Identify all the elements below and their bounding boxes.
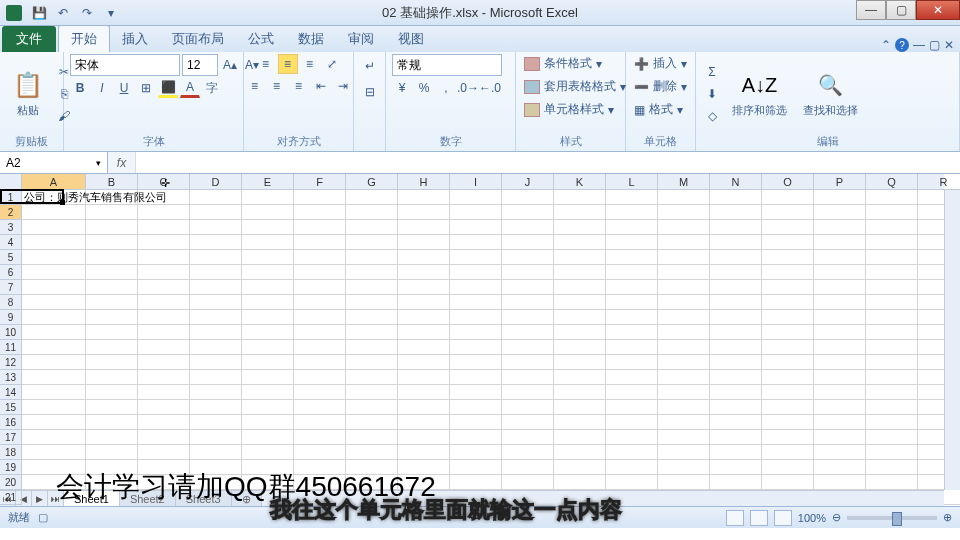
percent-icon[interactable]: % <box>414 78 434 98</box>
cell-O16[interactable] <box>762 415 814 430</box>
cell-Q15[interactable] <box>866 400 918 415</box>
normal-view-button[interactable] <box>726 510 744 526</box>
cell-P18[interactable] <box>814 445 866 460</box>
cell-C18[interactable] <box>138 445 190 460</box>
cell-D7[interactable] <box>190 280 242 295</box>
bold-button[interactable]: B <box>70 78 90 98</box>
align-top-icon[interactable]: ≡ <box>256 54 276 74</box>
cell-D4[interactable] <box>190 235 242 250</box>
cell-N17[interactable] <box>710 430 762 445</box>
increase-indent-icon[interactable]: ⇥ <box>333 76 353 96</box>
cell-G2[interactable] <box>346 205 398 220</box>
cell-H6[interactable] <box>398 265 450 280</box>
col-header-Q[interactable]: Q <box>866 174 918 190</box>
cell-O14[interactable] <box>762 385 814 400</box>
cell-B12[interactable] <box>86 355 138 370</box>
col-header-D[interactable]: D <box>190 174 242 190</box>
font-size-select[interactable] <box>182 54 218 76</box>
cell-A15[interactable] <box>22 400 86 415</box>
cell-P2[interactable] <box>814 205 866 220</box>
cell-K19[interactable] <box>554 460 606 475</box>
cell-B4[interactable] <box>86 235 138 250</box>
cell-I16[interactable] <box>450 415 502 430</box>
cell-E11[interactable] <box>242 340 294 355</box>
cell-A1[interactable]: 公司：则秀汽车销售有限公司 <box>22 190 86 205</box>
cell-E13[interactable] <box>242 370 294 385</box>
cell-L2[interactable] <box>606 205 658 220</box>
cell-F8[interactable] <box>294 295 346 310</box>
conditional-format-button[interactable]: 条件格式 ▾ <box>522 54 604 73</box>
cell-H10[interactable] <box>398 325 450 340</box>
tab-data[interactable]: 数据 <box>286 26 336 52</box>
cell-J3[interactable] <box>502 220 554 235</box>
save-button[interactable]: 💾 <box>28 3 50 23</box>
cell-O20[interactable] <box>762 475 814 490</box>
cell-D18[interactable] <box>190 445 242 460</box>
cell-C11[interactable] <box>138 340 190 355</box>
cell-I14[interactable] <box>450 385 502 400</box>
cell-O19[interactable] <box>762 460 814 475</box>
cell-G16[interactable] <box>346 415 398 430</box>
cell-P20[interactable] <box>814 475 866 490</box>
cell-Q4[interactable] <box>866 235 918 250</box>
cell-Q14[interactable] <box>866 385 918 400</box>
cell-F14[interactable] <box>294 385 346 400</box>
sheet-nav-next[interactable]: ▶ <box>32 491 48 507</box>
cell-N19[interactable] <box>710 460 762 475</box>
cell-A9[interactable] <box>22 310 86 325</box>
cell-O2[interactable] <box>762 205 814 220</box>
cell-N2[interactable] <box>710 205 762 220</box>
cell-styles-button[interactable]: 单元格样式 ▾ <box>522 100 616 119</box>
cell-G11[interactable] <box>346 340 398 355</box>
cell-F7[interactable] <box>294 280 346 295</box>
cell-Q12[interactable] <box>866 355 918 370</box>
cell-C3[interactable] <box>138 220 190 235</box>
page-break-view-button[interactable] <box>774 510 792 526</box>
cell-J14[interactable] <box>502 385 554 400</box>
cell-E10[interactable] <box>242 325 294 340</box>
cell-A16[interactable] <box>22 415 86 430</box>
format-table-button[interactable]: 套用表格格式 ▾ <box>522 77 628 96</box>
cell-K10[interactable] <box>554 325 606 340</box>
cell-E15[interactable] <box>242 400 294 415</box>
cell-P5[interactable] <box>814 250 866 265</box>
cell-A8[interactable] <box>22 295 86 310</box>
cell-E18[interactable] <box>242 445 294 460</box>
cell-G18[interactable] <box>346 445 398 460</box>
row-header-13[interactable]: 13 <box>0 370 22 385</box>
cell-K5[interactable] <box>554 250 606 265</box>
fx-icon[interactable]: fx <box>108 152 136 173</box>
cell-C8[interactable] <box>138 295 190 310</box>
cell-L4[interactable] <box>606 235 658 250</box>
row-header-7[interactable]: 7 <box>0 280 22 295</box>
cell-B2[interactable] <box>86 205 138 220</box>
cell-L9[interactable] <box>606 310 658 325</box>
border-button[interactable]: ⊞ <box>136 78 156 98</box>
cell-K17[interactable] <box>554 430 606 445</box>
cell-G14[interactable] <box>346 385 398 400</box>
cell-Q7[interactable] <box>866 280 918 295</box>
fill-icon[interactable]: ⬇ <box>702 84 722 104</box>
cell-C5[interactable] <box>138 250 190 265</box>
cell-L1[interactable] <box>606 190 658 205</box>
cell-P14[interactable] <box>814 385 866 400</box>
row-header-16[interactable]: 16 <box>0 415 22 430</box>
cell-M8[interactable] <box>658 295 710 310</box>
cell-P3[interactable] <box>814 220 866 235</box>
cell-C4[interactable] <box>138 235 190 250</box>
cell-N20[interactable] <box>710 475 762 490</box>
cell-K11[interactable] <box>554 340 606 355</box>
fill-color-button[interactable]: ⬛ <box>158 78 178 98</box>
increase-font-icon[interactable]: A▴ <box>220 55 240 75</box>
cell-K16[interactable] <box>554 415 606 430</box>
cell-G7[interactable] <box>346 280 398 295</box>
cell-H8[interactable] <box>398 295 450 310</box>
cell-A7[interactable] <box>22 280 86 295</box>
cell-L13[interactable] <box>606 370 658 385</box>
align-middle-icon[interactable]: ≡ <box>278 54 298 74</box>
col-header-O[interactable]: O <box>762 174 814 190</box>
cell-J12[interactable] <box>502 355 554 370</box>
cell-P1[interactable] <box>814 190 866 205</box>
cell-N5[interactable] <box>710 250 762 265</box>
qat-customize[interactable]: ▾ <box>100 3 122 23</box>
